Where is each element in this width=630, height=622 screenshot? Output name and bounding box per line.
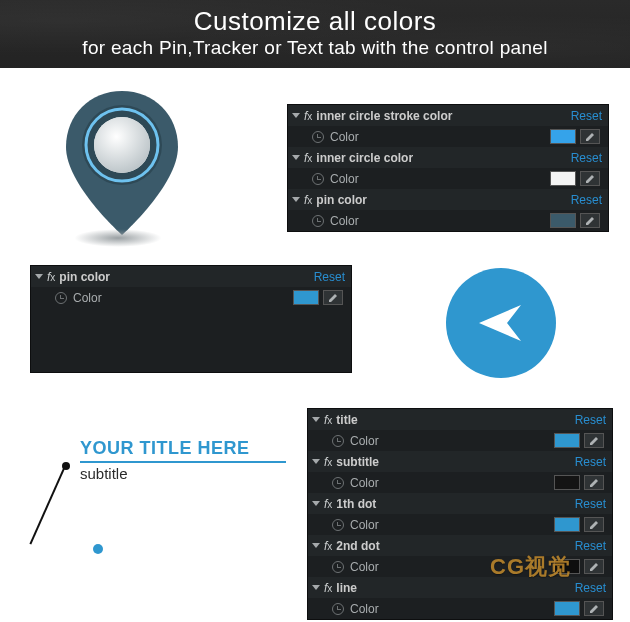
effect-header[interactable]: fx title Reset	[308, 409, 612, 430]
reset-link[interactable]: Reset	[571, 109, 602, 123]
hero-title: Customize all colors	[0, 0, 630, 37]
reset-link[interactable]: Reset	[314, 270, 345, 284]
eyedropper-button[interactable]	[323, 290, 343, 305]
twirl-down-icon[interactable]	[312, 501, 320, 506]
effect-name: subtitle	[336, 455, 379, 469]
subtitle-text: subtitle	[80, 465, 286, 482]
reset-link[interactable]: Reset	[575, 455, 606, 469]
reset-link[interactable]: Reset	[575, 497, 606, 511]
twirl-down-icon[interactable]	[292, 197, 300, 202]
eyedropper-button[interactable]	[584, 601, 604, 616]
color-swatch[interactable]	[550, 213, 576, 228]
fx-badge-icon: fx	[304, 193, 312, 207]
stopwatch-icon[interactable]	[332, 519, 344, 531]
stopwatch-icon[interactable]	[55, 292, 67, 304]
stopwatch-icon[interactable]	[332, 477, 344, 489]
tracker-preview	[446, 268, 556, 378]
property-label: Color	[73, 291, 102, 305]
fx-badge-icon: fx	[304, 109, 312, 123]
send-arrow-icon	[446, 268, 556, 378]
color-swatch[interactable]	[554, 559, 580, 574]
property-label: Color	[350, 518, 379, 532]
effect-property-row: Color	[31, 287, 351, 308]
effect-property-row: Color	[308, 472, 612, 493]
effect-property-row: Color	[288, 210, 608, 231]
color-swatch[interactable]	[554, 433, 580, 448]
twirl-down-icon[interactable]	[292, 113, 300, 118]
effect-header[interactable]: fx line Reset	[308, 577, 612, 598]
reset-link[interactable]: Reset	[571, 193, 602, 207]
effects-panel-pin: fx inner circle stroke color Reset Color…	[287, 104, 609, 232]
stopwatch-icon[interactable]	[332, 603, 344, 615]
color-swatch[interactable]	[293, 290, 319, 305]
twirl-down-icon[interactable]	[312, 417, 320, 422]
stopwatch-icon[interactable]	[332, 561, 344, 573]
fx-badge-icon: fx	[324, 497, 332, 511]
map-pin-icon	[52, 85, 192, 245]
eyedropper-button[interactable]	[580, 129, 600, 144]
effect-name: inner circle color	[316, 151, 413, 165]
effect-name: line	[336, 581, 357, 595]
effect-property-row: Color	[308, 430, 612, 451]
effect-group: fx pin color Reset Color	[288, 189, 608, 231]
effect-name: 1th dot	[336, 497, 376, 511]
effect-group: fx inner circle stroke color Reset Color	[288, 105, 608, 147]
effect-group: fx 2nd dot Reset Color	[308, 535, 612, 577]
twirl-down-icon[interactable]	[292, 155, 300, 160]
eyedropper-button[interactable]	[584, 433, 604, 448]
title-line-connector	[29, 466, 65, 544]
hero-subtitle: for each Pin,Tracker or Text tab with th…	[0, 37, 630, 59]
eyedropper-button[interactable]	[580, 171, 600, 186]
title-preview: YOUR TITLE HERE subtitle	[36, 438, 286, 588]
effects-panel-tracker: fx pin color Reset Color	[30, 265, 352, 373]
effect-header[interactable]: fx pin color Reset	[31, 266, 351, 287]
color-swatch[interactable]	[554, 517, 580, 532]
effect-group: fx 1th dot Reset Color	[308, 493, 612, 535]
title-underline: YOUR TITLE HERE	[80, 438, 286, 463]
twirl-down-icon[interactable]	[312, 585, 320, 590]
effect-group: fx inner circle color Reset Color	[288, 147, 608, 189]
effect-property-row: Color	[308, 556, 612, 577]
eyedropper-button[interactable]	[580, 213, 600, 228]
reset-link[interactable]: Reset	[575, 539, 606, 553]
property-label: Color	[350, 434, 379, 448]
effect-group: fx title Reset Color	[308, 409, 612, 451]
reset-link[interactable]: Reset	[575, 581, 606, 595]
effect-group: fx subtitle Reset Color	[308, 451, 612, 493]
twirl-down-icon[interactable]	[312, 459, 320, 464]
fx-badge-icon: fx	[324, 455, 332, 469]
effect-name: title	[336, 413, 357, 427]
effect-header[interactable]: fx subtitle Reset	[308, 451, 612, 472]
stopwatch-icon[interactable]	[312, 131, 324, 143]
effect-header[interactable]: fx pin color Reset	[288, 189, 608, 210]
color-swatch[interactable]	[554, 601, 580, 616]
stopwatch-icon[interactable]	[312, 215, 324, 227]
color-swatch[interactable]	[550, 171, 576, 186]
effect-header[interactable]: fx inner circle color Reset	[288, 147, 608, 168]
eyedropper-button[interactable]	[584, 475, 604, 490]
hero-banner: Customize all colors for each Pin,Tracke…	[0, 0, 630, 68]
title-text: YOUR TITLE HERE	[80, 438, 286, 459]
eyedropper-button[interactable]	[584, 559, 604, 574]
reset-link[interactable]: Reset	[571, 151, 602, 165]
stopwatch-icon[interactable]	[332, 435, 344, 447]
stopwatch-icon[interactable]	[312, 173, 324, 185]
property-label: Color	[350, 560, 379, 574]
property-label: Color	[350, 602, 379, 616]
effect-group: fx pin color Reset Color	[31, 266, 351, 308]
color-swatch[interactable]	[554, 475, 580, 490]
effect-header[interactable]: fx 1th dot Reset	[308, 493, 612, 514]
fx-badge-icon: fx	[324, 413, 332, 427]
pin-shadow	[74, 229, 162, 247]
reset-link[interactable]: Reset	[575, 413, 606, 427]
eyedropper-button[interactable]	[584, 517, 604, 532]
twirl-down-icon[interactable]	[35, 274, 43, 279]
effect-name: 2nd dot	[336, 539, 379, 553]
effect-name: pin color	[59, 270, 110, 284]
color-swatch[interactable]	[550, 129, 576, 144]
effect-header[interactable]: fx 2nd dot Reset	[308, 535, 612, 556]
fx-badge-icon: fx	[324, 581, 332, 595]
svg-point-3	[94, 117, 150, 173]
effect-header[interactable]: fx inner circle stroke color Reset	[288, 105, 608, 126]
twirl-down-icon[interactable]	[312, 543, 320, 548]
